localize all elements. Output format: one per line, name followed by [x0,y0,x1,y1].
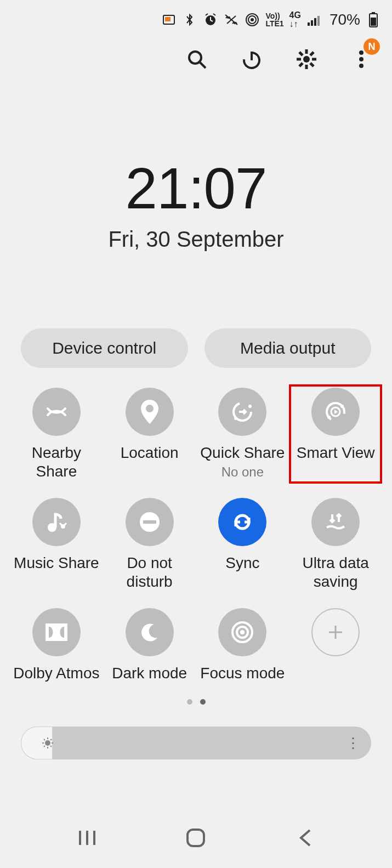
tile-focus-mode[interactable]: Focus mode [196,605,289,686]
settings-button[interactable] [292,45,321,73]
svg-point-16 [359,50,363,55]
tile-do-not-disturb[interactable]: Do not disturb [103,495,196,594]
tile-label: Ultra data saving [290,554,381,591]
tile-nearby-share[interactable]: Nearby Share [10,384,103,484]
svg-point-3 [251,18,254,21]
svg-point-17 [359,57,363,61]
brightness-more-icon[interactable]: ⋮ [346,735,360,752]
svg-point-13 [189,52,201,64]
media-output-pill[interactable]: Media output [204,328,372,368]
alarm-icon [203,12,218,27]
tile-label: Do not disturb [104,554,195,591]
sync-icon [229,509,255,535]
svg-rect-6 [308,22,310,26]
clock-time: 21:07 [0,156,392,222]
svg-rect-12 [371,18,376,26]
tile-ultra-data-saving[interactable]: Ultra data saving [289,495,382,594]
tile-label: Sync [225,554,259,572]
brightness-thumb-icon [42,737,54,749]
smart-view-icon [322,399,349,425]
quick-share-icon [229,399,255,425]
tile-sublabel: No one [221,464,264,480]
svg-rect-30 [143,520,156,524]
tile-add[interactable] [289,605,382,686]
tile-music-share[interactable]: Music Share [10,495,103,594]
svg-point-25 [340,405,344,408]
pager-dot [187,699,192,705]
svg-rect-36 [188,830,204,846]
svg-point-22 [234,417,237,420]
panel-actions: N [0,29,392,73]
volte-icon: Vo))LTE1 [265,12,283,27]
hotspot-icon [245,12,260,27]
location-icon [139,399,161,425]
svg-point-26 [327,416,331,419]
plus-icon [326,622,345,642]
pager-dot-active [200,699,206,705]
power-button[interactable] [237,45,266,73]
svg-point-18 [359,64,363,68]
dark-mode-icon [139,621,161,643]
focus-mode-icon [230,620,254,644]
battery-percentage: 70% [329,11,360,29]
navigation-bar [0,808,392,868]
music-share-icon [44,510,69,534]
tile-label: Location [121,444,179,462]
tile-quick-share[interactable]: Quick Share No one [196,384,289,484]
tile-smart-view[interactable]: Smart View [289,384,382,484]
clock-block: 21:07 Fri, 30 September [0,156,392,252]
status-bar: Vo))LTE1 4G↓↑ 70% [0,0,392,29]
svg-rect-1 [165,17,171,21]
tile-dolby-atmos[interactable]: Dolby Atmos [10,605,103,686]
bluetooth-icon [182,12,197,27]
svg-point-35 [45,740,50,746]
search-button[interactable] [183,45,211,73]
nearby-share-icon [44,400,69,424]
tile-label: Smart View [297,444,375,462]
dolby-icon [44,622,69,642]
back-button[interactable] [288,821,321,854]
tile-dark-mode[interactable]: Dark mode [103,605,196,686]
tile-label: Dolby Atmos [13,664,99,683]
shortcut-pills: Device control Media output [0,328,392,368]
battery-icon [366,12,381,27]
cast-icon [161,12,177,27]
tile-label: Dark mode [112,664,187,683]
home-button[interactable] [179,821,212,854]
clock-date: Fri, 30 September [0,227,392,252]
data-saving-icon [322,509,349,535]
svg-point-19 [146,405,154,412]
vibrate-icon [224,12,239,27]
svg-rect-9 [317,16,320,26]
device-control-pill[interactable]: Device control [21,328,188,368]
svg-point-34 [240,630,245,634]
dnd-icon [137,509,163,535]
tile-label: Focus mode [200,664,285,683]
svg-point-15 [303,56,310,63]
network-type: 4G↓↑ [289,11,301,29]
recents-button[interactable] [71,821,104,854]
tile-sync[interactable]: Sync [196,495,289,594]
brightness-slider[interactable]: ⋮ [21,727,371,759]
tile-location[interactable]: Location [103,384,196,484]
tile-label: Nearby Share [11,444,102,480]
tile-label: Music Share [14,554,99,572]
notification-badge: N [363,38,380,55]
svg-rect-8 [314,18,316,26]
tile-label: Quick Share [200,444,285,462]
svg-point-21 [248,405,252,408]
signal-icon [306,12,322,27]
page-indicator [0,699,392,705]
quick-settings-grid: Nearby Share Location Quick Share No one… [0,368,392,686]
svg-rect-7 [311,20,313,26]
